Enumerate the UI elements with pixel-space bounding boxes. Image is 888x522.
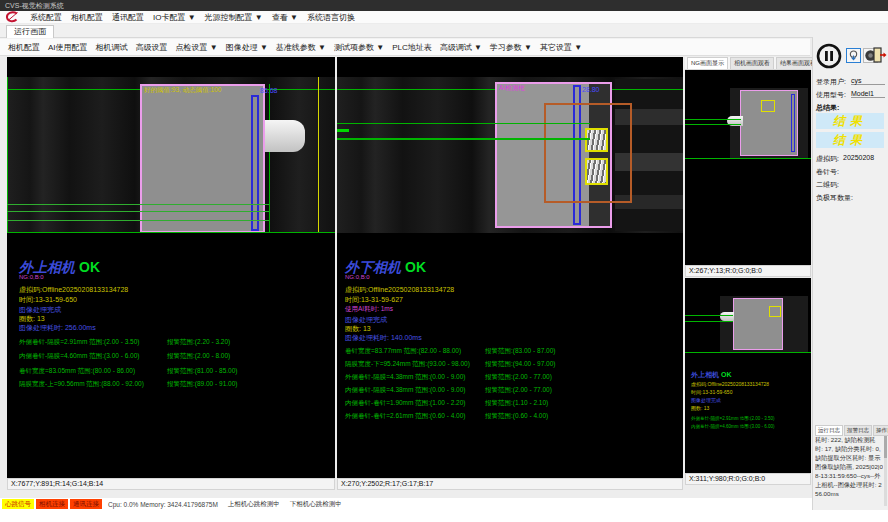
heartbeat-badge: 心跳信号	[2, 499, 34, 509]
tool-test-params[interactable]: 测试项参数 ▼	[334, 42, 384, 53]
tab-camera-watch[interactable]: 相机画面观看	[730, 57, 774, 69]
alarm-range: 报警范围:(83.00 - 87.00)	[485, 347, 555, 356]
left-camera-pixel-status: X:7677;Y:891;R:14;G:14;B:14	[7, 478, 335, 490]
alarm-range: 报警范围:(81.00 - 85.00)	[167, 367, 237, 376]
measure-strip-box	[791, 94, 795, 152]
left-camera-view[interactable]: 好的阈值:93, 动态阈值:100 85.68 外上相机OK NG:0,B:0 …	[7, 57, 335, 478]
result-ok-badge: OK	[79, 259, 100, 275]
tab-operation-log[interactable]: 操作日志	[873, 425, 888, 436]
green-measure-line	[7, 220, 269, 221]
tool-plc-address[interactable]: PLC地址表	[392, 42, 432, 53]
ng-counter-text: NG:0,B:0	[19, 274, 44, 280]
measurement-row: 内侧卷针-隔膜=4.60mm 范围:(3.00 - 6.00) 报警范围:(2.…	[19, 352, 230, 361]
menu-camera-config[interactable]: 相机配置	[71, 12, 103, 23]
tab-alarm-log[interactable]: 报警日志	[844, 425, 872, 436]
qr-code-label: 二维码:	[816, 180, 839, 190]
tool-baseline-params[interactable]: 基准线参数 ▼	[276, 42, 326, 53]
green-measure-line	[685, 124, 741, 125]
green-guide-line	[7, 77, 8, 233]
middle-camera-view[interactable]: AI检测框 28.80 外下相机OK NG:0,B:0 虚拟码:Offline2…	[337, 57, 683, 478]
tool-learning-params[interactable]: 学习参数 ▼	[490, 42, 532, 53]
mini-code-line: 虚拟码:Offline20250208133134728	[691, 381, 769, 387]
menu-io-config[interactable]: IO卡配置 ▼	[153, 12, 196, 23]
ng-tab-bar: NG画面显示 相机画面观看 结果画面观看	[685, 57, 811, 70]
tab-run-log[interactable]: 运行日志	[815, 425, 843, 436]
alarm-range: 报警范围:(94.00 - 97.00)	[485, 360, 555, 369]
tab-run-screen[interactable]: 运行画面	[6, 25, 54, 38]
tool-spot-check[interactable]: 点检设置 ▼	[176, 42, 218, 53]
measurement-value: 卷针宽度=83.05mm 范围:(80.00 - 86.00)	[19, 367, 167, 376]
tab-detect-box	[769, 306, 781, 317]
mini-measure-line: 内侧卷针-隔膜=4.60mm 范围:(3.00 - 6.00)	[691, 424, 774, 429]
ng-counter-text: NG:0,B:0	[345, 274, 370, 280]
comm-connection-badge: 通讯连接	[70, 499, 102, 509]
measurement-value: 隔膜宽度-下=95.24mm 范围:(93.00 - 98.00)	[345, 360, 485, 369]
green-guide-line	[7, 232, 335, 233]
green-measure-line	[337, 138, 590, 140]
tool-other-settings[interactable]: 其它设置 ▼	[540, 42, 582, 53]
green-measure-line	[685, 321, 733, 322]
measurement-value: 外侧卷针-隔膜=2.91mm 范围:(2.00 - 3.50)	[19, 338, 167, 347]
login-user-value[interactable]: cys	[851, 77, 885, 85]
camera-name: 外下相机	[345, 259, 401, 275]
measurement-row: 隔膜宽度-下=95.24mm 范围:(93.00 - 98.00) 报警范围:(…	[345, 360, 555, 369]
mini-turns-line: 圈数: 13	[691, 405, 709, 411]
electrode-tab-shape	[265, 120, 305, 152]
green-marker	[337, 129, 349, 132]
virtual-code-line: 虚拟码:Offline20250208133134728	[345, 285, 454, 295]
model-label: 使用型号:	[816, 90, 846, 100]
menu-system-config[interactable]: 系统配置	[30, 12, 62, 23]
green-measure-line	[685, 315, 733, 316]
menu-light-config[interactable]: 光源控制配置 ▼	[205, 12, 263, 23]
negative-tab-count-label: 负极耳数量:	[816, 193, 853, 203]
tool-advanced-settings[interactable]: 高级设置	[136, 42, 168, 53]
ai-elapsed-line: 使用AI耗时: 1ms	[345, 305, 393, 314]
measurement-value: 外侧卷针-卷针=2.61mm 范围:(0.60 - 4.00)	[345, 412, 485, 421]
measurement-row: 外侧卷针-隔膜=4.38mm 范围:(0.00 - 9.00) 报警范围:(2.…	[345, 373, 552, 382]
green-measure-line	[337, 123, 590, 124]
pin-number-label: 卷针号:	[816, 167, 839, 177]
camera-connection-badge: 相机连接	[36, 499, 68, 509]
tool-camera-config[interactable]: 相机配置	[8, 42, 40, 53]
tool-image-processing[interactable]: 图像处理 ▼	[226, 42, 268, 53]
mini-result: OK	[721, 371, 732, 378]
exit-button[interactable]	[872, 45, 888, 65]
measurement-value: 外侧卷针-隔膜=4.38mm 范围:(0.00 - 9.00)	[345, 373, 485, 382]
mini-measure-line: 外侧卷针-隔膜=2.91mm 范围:(2.00 - 3.50)	[691, 416, 774, 421]
yellow-guide-line	[318, 77, 319, 233]
ng-view-top[interactable]	[685, 70, 811, 265]
measurement-value: 卷针宽度=83.77mm 范围:(82.00 - 88.00)	[345, 347, 485, 356]
measurement-row: 卷针宽度=83.05mm 范围:(80.00 - 86.00) 报警范围:(81…	[19, 367, 237, 376]
elapsed-line: 图像处理耗时: 140.00ms	[345, 333, 422, 343]
measurement-value: 内侧卷针-卷针=1.90mm 范围:(1.00 - 2.20)	[345, 399, 485, 408]
electrode-tab-shape	[720, 312, 734, 321]
tool-camera-debug[interactable]: 相机调试	[96, 42, 128, 53]
ng-top-pixel-status: X:267;Y:13;R:0;G:0;B:0	[685, 265, 811, 277]
tool-advanced-debug[interactable]: 高级调试 ▼	[440, 42, 482, 53]
alarm-range: 报警范围:(2.00 - 77.00)	[485, 373, 552, 382]
log-scrollbar-thumb[interactable]	[884, 436, 887, 458]
tool-ai-usage-config[interactable]: AI使用配置	[48, 42, 88, 53]
login-user-label: 登录用户:	[816, 77, 846, 87]
alarm-range: 报警范围:(2.00 - 8.00)	[167, 352, 230, 361]
measurement-row: 隔膜宽度-上=90.56mm 范围:(88.00 - 92.00) 报警范围:(…	[19, 380, 237, 389]
menu-comm-config[interactable]: 通讯配置	[112, 12, 144, 23]
side-panel: 登录用户: cys 使用型号: Model1 总结果: 结果 结果 虚拟码: 2…	[812, 37, 888, 510]
menu-view[interactable]: 查看 ▼	[272, 12, 298, 23]
tab-ng-display[interactable]: NG画面显示	[687, 57, 728, 69]
log-text[interactable]: 耗时: 222, 缺陷检测耗时: 17, 缺陷分类耗时: 0, 缺陷提取分区耗时…	[815, 436, 883, 506]
pause-button[interactable]	[815, 42, 843, 70]
snapshot-button[interactable]	[846, 48, 861, 63]
ng-view-bottom[interactable]: 外上相机 OK 虚拟码:Offline20250208133134728 时间:…	[685, 278, 811, 473]
result-badge-top: 结果	[816, 113, 884, 129]
virtual-code-value: 20250208	[843, 154, 874, 161]
measurement-row: 外侧卷针-卷针=2.61mm 范围:(0.60 - 4.00) 报警范围:(0.…	[345, 412, 548, 421]
menu-language-switch[interactable]: 系统语言切换	[307, 12, 355, 23]
arrow-down-circle-icon	[847, 49, 860, 62]
lower-camera-heartbeat-status: 下相机心跳检测中	[290, 500, 342, 509]
ng-bottom-pixel-status: X:311;Y:980;R:0;G:0;B:0	[685, 473, 811, 485]
time-line: 时间:13-31-59-627	[345, 295, 403, 305]
upper-camera-heartbeat-status: 上相机心跳检测中	[228, 500, 280, 509]
measurement-value: 内侧卷针-隔膜=4.38mm 范围:(0.00 - 9.00)	[345, 386, 485, 395]
model-value[interactable]: Model1	[851, 90, 885, 98]
